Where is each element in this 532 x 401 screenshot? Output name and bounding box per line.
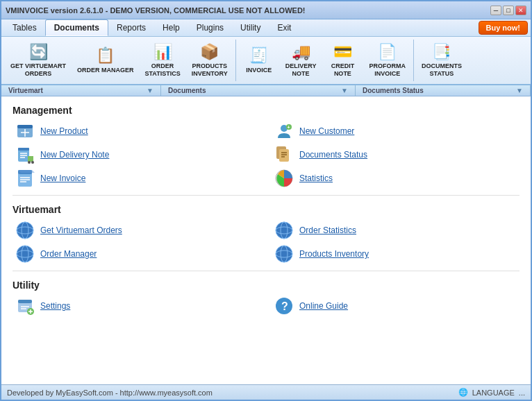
order-manager-label[interactable]: Order Manager xyxy=(40,249,97,259)
menu-exit[interactable]: Exit xyxy=(269,20,299,35)
link-get-vm-orders[interactable]: Get Virtuemart Orders xyxy=(15,221,260,240)
status-dots: ... xyxy=(519,389,525,397)
invoice-label: INVOICE xyxy=(246,67,272,74)
ribbon-virtuemart: Virtuemart ▼ xyxy=(1,85,161,96)
ribbon-doc-status-label: Documents Status xyxy=(363,87,424,94)
ribbon-documents-label: Documents xyxy=(168,87,206,94)
get-vm-orders-icon xyxy=(15,221,35,240)
link-order-manager[interactable]: Order Manager xyxy=(15,244,260,264)
ribbon-doc-status-arrow: ▼ xyxy=(516,87,523,94)
toolbar-delivery-note[interactable]: 🚚 DELIVERYNOTE xyxy=(281,40,322,81)
new-customer-label[interactable]: New Customer xyxy=(299,126,354,136)
window-title: VMINVOICE version 2.6.1.0 - DEMO VERSION… xyxy=(6,6,306,15)
status-right: 🌐 LANGUAGE ... xyxy=(458,388,525,397)
link-online-guide[interactable]: ? Online Guide xyxy=(274,296,519,316)
products-inventory-label[interactable]: Products Inventory xyxy=(299,249,369,259)
menu-tables[interactable]: Tables xyxy=(4,20,45,35)
buy-now-button[interactable]: Buy now! xyxy=(479,21,529,35)
ribbon-virtuemart-arrow: ▼ xyxy=(147,87,153,94)
new-invoice-label[interactable]: New Invoice xyxy=(40,173,85,183)
ribbon-labels: Virtuemart ▼ Documents ▼ Documents Statu… xyxy=(1,85,531,96)
link-new-product[interactable]: New Product xyxy=(15,121,260,141)
title-bar: VMINVOICE version 2.6.1.0 - DEMO VERSION… xyxy=(1,1,531,19)
menu-reports[interactable]: Reports xyxy=(108,20,154,35)
products-inv-icon: 📦 xyxy=(200,43,219,61)
menu-help[interactable]: Help xyxy=(154,20,188,35)
link-new-invoice[interactable]: New Invoice xyxy=(15,169,260,188)
statistics-icon xyxy=(274,169,294,188)
statistics-label[interactable]: Statistics xyxy=(299,173,333,183)
toolbar-group-documents: 🧾 INVOICE 🚚 DELIVERYNOTE 💳 CREDITNOTE 📄 … xyxy=(239,40,414,81)
products-inventory-icon xyxy=(274,244,294,264)
invoice-icon: 🧾 xyxy=(249,46,268,65)
toolbar-group-virtuemart: 🔄 GET VIRTUEMARTORDERS 📋 ORDER MANAGER 📊… xyxy=(6,40,236,81)
documents-status-icon xyxy=(274,145,294,164)
new-delivery-note-label[interactable]: New Delivery Note xyxy=(40,150,109,160)
language-label[interactable]: LANGUAGE xyxy=(472,389,515,397)
new-invoice-icon xyxy=(15,169,35,188)
order-statistics-label[interactable]: Order Statistics xyxy=(299,225,356,235)
toolbar-order-manager[interactable]: 📋 ORDER MANAGER xyxy=(72,40,139,81)
new-product-label[interactable]: New Product xyxy=(40,126,88,136)
get-vm-orders-label[interactable]: Get Virtuemart Orders xyxy=(40,225,122,235)
menu-documents[interactable]: Documents xyxy=(45,19,108,36)
doc-status-label: DOCUMENTSSTATUS xyxy=(422,62,462,78)
toolbar-get-virtuemart-orders[interactable]: 🔄 GET VIRTUEMARTORDERS xyxy=(6,40,71,81)
svg-text:+: + xyxy=(288,125,290,130)
order-manager-label: ORDER MANAGER xyxy=(77,67,134,74)
link-statistics[interactable]: Statistics xyxy=(274,169,519,188)
divider-2 xyxy=(13,271,519,271)
toolbar-products-inventory[interactable]: 📦 PRODUCTSINVENTORY xyxy=(187,40,233,81)
section-virtuemart-heading: Virtuemart xyxy=(13,204,519,215)
svg-rect-16 xyxy=(279,149,289,162)
order-statistics-icon xyxy=(274,221,294,240)
svg-rect-8 xyxy=(18,148,29,151)
toolbar-proforma-invoice[interactable]: 📄 PROFORMAINVOICE xyxy=(364,40,410,81)
link-products-inventory[interactable]: Products Inventory xyxy=(274,244,519,264)
management-links: New Product + New Customer xyxy=(13,121,519,188)
menu-bar: Tables Documents Reports Help Plugins Ut… xyxy=(1,19,531,37)
language-icon: 🌐 xyxy=(458,388,468,397)
proforma-icon: 📄 xyxy=(378,43,397,61)
svg-text:?: ? xyxy=(281,300,288,312)
settings-label[interactable]: Settings xyxy=(40,301,70,311)
link-settings[interactable]: Settings xyxy=(15,296,260,316)
ribbon-doc-status: Documents Status ▼ xyxy=(356,85,531,96)
delivery-note-label: DELIVERYNOTE xyxy=(285,62,317,78)
doc-status-icon: 📑 xyxy=(432,43,451,61)
minimize-button[interactable]: ─ xyxy=(490,6,501,15)
credit-note-icon: 💳 xyxy=(333,43,352,61)
app-window: VMINVOICE version 2.6.1.0 - DEMO VERSION… xyxy=(0,0,532,401)
status-bar: Developed by MyEasySoft.com - http://www… xyxy=(1,384,531,400)
toolbar-credit-note[interactable]: 💳 CREDITNOTE xyxy=(322,40,363,81)
section-management-heading: Management xyxy=(13,105,519,116)
svg-marker-12 xyxy=(28,156,33,162)
maximize-button[interactable]: □ xyxy=(503,6,514,15)
new-delivery-note-icon xyxy=(15,145,35,164)
order-manager-icon: 📋 xyxy=(96,46,115,65)
content-area: Management New Product xyxy=(1,96,531,384)
menu-plugins[interactable]: Plugins xyxy=(188,20,232,35)
svg-rect-1 xyxy=(17,125,33,128)
menu-utility[interactable]: Utility xyxy=(232,20,269,35)
link-new-customer[interactable]: + New Customer xyxy=(274,121,519,141)
close-button[interactable]: ✕ xyxy=(515,6,526,15)
svg-rect-43 xyxy=(18,300,32,303)
toolbar-order-statistics[interactable]: 📊 ORDERSTATISTICS xyxy=(140,40,185,81)
ribbon-documents: Documents ▼ xyxy=(161,85,356,96)
svg-point-14 xyxy=(31,161,34,164)
online-guide-label[interactable]: Online Guide xyxy=(299,301,348,311)
link-order-statistics[interactable]: Order Statistics xyxy=(274,221,519,240)
toolbar-documents-status[interactable]: 📑 DOCUMENTSSTATUS xyxy=(417,40,467,81)
products-inv-label: PRODUCTSINVENTORY xyxy=(192,62,228,78)
window-controls: ─ □ ✕ xyxy=(490,6,526,15)
svg-point-13 xyxy=(28,161,31,164)
link-documents-status[interactable]: Documents Status xyxy=(274,145,519,164)
order-stats-label: ORDERSTATISTICS xyxy=(145,62,181,78)
virtuemart-links: Get Virtuemart Orders Order Statistics xyxy=(13,221,519,264)
link-new-delivery-note[interactable]: New Delivery Note xyxy=(15,145,260,164)
status-text: Developed by MyEasySoft.com - http://www… xyxy=(7,389,213,397)
documents-status-label[interactable]: Documents Status xyxy=(299,150,367,160)
toolbar-invoice[interactable]: 🧾 INVOICE xyxy=(239,40,279,81)
new-product-icon xyxy=(15,121,35,141)
